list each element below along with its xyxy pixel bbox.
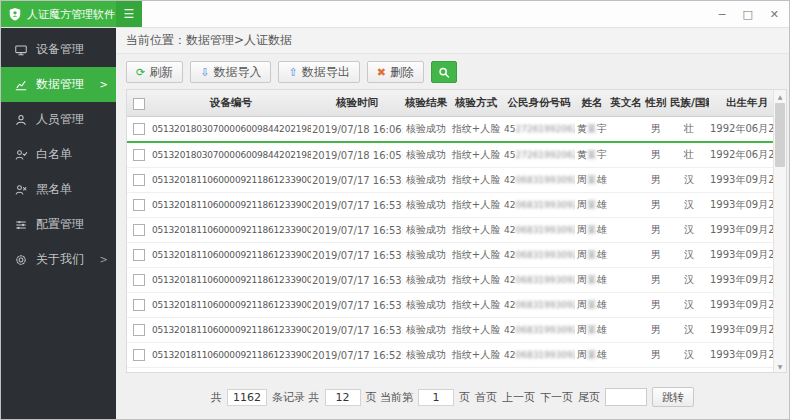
verify-time-cell: 2019/07/17 16:53:02 (311, 293, 403, 318)
scroll-up-icon[interactable]: ▲ (774, 90, 786, 102)
verify-time-cell: 2019/07/17 16:52:58 (311, 343, 403, 368)
checkbox-cell (127, 368, 151, 374)
table-row[interactable]: 051320181106000092118612339001542019/07/… (127, 268, 785, 293)
device-number-cell: 05132018110600009211861233900154 (151, 343, 311, 368)
scroll-down-icon[interactable]: ▼ (774, 360, 786, 372)
row-checkbox[interactable] (133, 224, 145, 236)
name-cell: 周某雄 (575, 193, 609, 218)
first-page-link[interactable]: 首页 (475, 390, 497, 405)
row-checkbox[interactable] (133, 324, 145, 336)
hamburger-icon: ☰ (124, 7, 135, 21)
citizen-id-cell: 452726199206204315 (503, 117, 575, 143)
english-name-cell (609, 318, 643, 343)
jump-button[interactable]: 跳转 (652, 387, 694, 407)
vertical-scrollbar[interactable]: ▲ ▼ (773, 90, 786, 372)
verify-result-cell: 核验成功 (403, 117, 449, 143)
verify-method-cell: 指纹+人脸 (449, 193, 503, 218)
refresh-button[interactable]: ⟳ 刷新 (126, 61, 183, 83)
app-window: 人证魔方管理软件 ☰ ─ □ ✕ 设备管理数据管理>人员管理白名单黑名单配置管理… (0, 0, 790, 420)
row-checkbox[interactable] (133, 199, 145, 211)
blacklist-icon (14, 183, 28, 197)
masked-name: 某 (587, 324, 597, 335)
english-name-cell (609, 343, 643, 368)
about-icon (14, 253, 28, 267)
device-number-cell: 05132018030700006009844202198286 (151, 142, 311, 168)
jump-page-input[interactable] (605, 388, 647, 406)
table-row[interactable]: 051320181106000092118612339001542019/07/… (127, 243, 785, 268)
delete-icon: ✖ (377, 67, 386, 78)
gender-cell: 男 (643, 117, 669, 143)
ethnic-cell: 汉 (669, 343, 709, 368)
row-checkbox[interactable] (133, 249, 145, 261)
masked-name: 某 (587, 174, 597, 185)
table-row[interactable]: 051320181106000092118612339001542019/07/… (127, 368, 785, 374)
hamburger-menu-button[interactable]: ☰ (116, 1, 142, 27)
sidebar-item-label: 设备管理 (36, 41, 84, 58)
pagination-text: 共 (211, 390, 222, 405)
row-checkbox[interactable] (133, 149, 145, 161)
device-number-cell: 05132018110600009211861233900154 (151, 368, 311, 374)
last-page-link[interactable]: 尾页 (578, 390, 600, 405)
sidebar-item-白名单[interactable]: 白名单 (1, 137, 116, 172)
sidebar-item-关于我们[interactable]: 关于我们> (1, 242, 116, 277)
ethnic-cell: 汉 (669, 293, 709, 318)
ethnic-cell: 壮 (669, 142, 709, 168)
verify-result-cell: 核验成功 (403, 218, 449, 243)
table-row[interactable]: 051320181106000092118612339001542019/07/… (127, 343, 785, 368)
sidebar-item-数据管理[interactable]: 数据管理> (1, 67, 116, 102)
close-button[interactable]: ✕ (770, 9, 779, 20)
scrollbar-thumb[interactable] (775, 103, 785, 167)
verify-method-cell: 指纹+人脸 (449, 268, 503, 293)
table-row[interactable]: 051320180307000060098442021982862019/07/… (127, 142, 785, 168)
checkbox-cell (127, 193, 151, 218)
app-brand: 人证魔方管理软件 (1, 1, 116, 27)
masked-name: 某 (587, 274, 597, 285)
verify-time-cell: 2019/07/18 16:05:43 (311, 142, 403, 168)
search-button[interactable] (431, 61, 457, 83)
name-cell: 周某雄 (575, 243, 609, 268)
table-row[interactable]: 051320181106000092118612339001542019/07/… (127, 218, 785, 243)
name-cell: 黄某宇 (575, 117, 609, 143)
sidebar-item-黑名单[interactable]: 黑名单 (1, 172, 116, 207)
column-header: 英文名 (609, 90, 643, 117)
device-number-cell: 05132018110600009211861233900154 (151, 218, 311, 243)
table-row[interactable]: 051320181106000092118612339001542019/07/… (127, 193, 785, 218)
device-number-cell: 05132018030700006009844202198286 (151, 117, 311, 143)
prev-page-link[interactable]: 上一页 (502, 390, 535, 405)
config-icon (14, 218, 28, 232)
minimize-button[interactable]: ─ (719, 9, 726, 20)
english-name-cell (609, 368, 643, 374)
verify-method-cell: 指纹+人脸 (449, 318, 503, 343)
masked-id: 0683199309234528 (515, 200, 575, 210)
row-checkbox[interactable] (133, 299, 145, 311)
row-checkbox[interactable] (133, 174, 145, 186)
sidebar-item-人员管理[interactable]: 人员管理 (1, 102, 116, 137)
verify-time-cell: 2019/07/17 16:53:14 (311, 193, 403, 218)
table-row[interactable]: 051320181106000092118612339001542019/07/… (127, 318, 785, 343)
next-page-link[interactable]: 下一页 (540, 390, 573, 405)
citizen-id-cell: 420683199309234528 (503, 293, 575, 318)
row-checkbox[interactable] (133, 349, 145, 361)
select-all-checkbox[interactable] (133, 98, 145, 110)
sidebar-item-label: 人员管理 (36, 111, 84, 128)
delete-button[interactable]: ✖ 删除 (367, 61, 424, 83)
export-label: 数据导出 (302, 64, 350, 81)
row-checkbox[interactable] (133, 123, 145, 135)
name-cell: 周某雄 (575, 168, 609, 193)
row-checkbox[interactable] (133, 274, 145, 286)
sidebar-item-配置管理[interactable]: 配置管理 (1, 207, 116, 242)
data-import-button[interactable]: ⇩ 数据导入 (190, 61, 271, 83)
sidebar-item-设备管理[interactable]: 设备管理 (1, 32, 116, 67)
maximize-button[interactable]: □ (742, 9, 752, 20)
verify-method-cell: 指纹+人脸 (449, 142, 503, 168)
checkbox-cell (127, 168, 151, 193)
english-name-cell (609, 168, 643, 193)
table-row[interactable]: 051320180307000060098442021982862019/07/… (127, 117, 785, 143)
masked-id: 2726199206204315 (515, 124, 575, 134)
shield-logo-icon (8, 7, 22, 21)
data-export-button[interactable]: ⇧ 数据导出 (278, 61, 359, 83)
total-pages: 12 (325, 389, 361, 406)
column-header: 姓名 (575, 90, 609, 117)
table-row[interactable]: 051320181106000092118612339001542019/07/… (127, 293, 785, 318)
table-row[interactable]: 051320181106000092118612339001542019/07/… (127, 168, 785, 193)
